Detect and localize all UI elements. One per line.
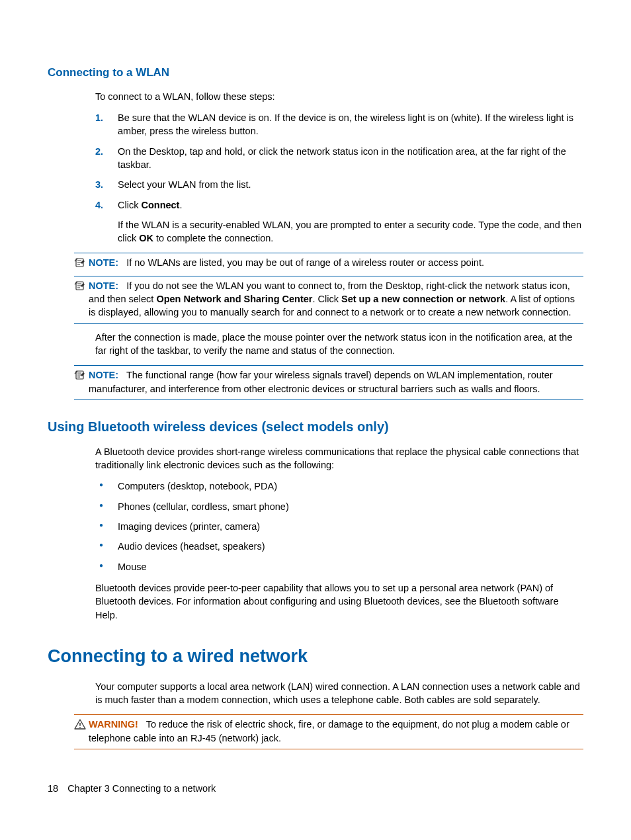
page-footer: 18Chapter 3 Connecting to a network (48, 782, 216, 795)
heading-bluetooth: Using Bluetooth wireless devices (select… (48, 417, 583, 436)
page-number: 18 (48, 783, 58, 794)
step-text: Select your WLAN from the list. (118, 179, 251, 190)
note-text: The functional range (how far your wirel… (89, 370, 553, 394)
bluetooth-outro: Bluetooth devices provide peer-to-peer c… (95, 581, 583, 622)
list-item: Phones (cellular, cordless, smart phone) (95, 500, 583, 513)
step-1: 1. Be sure that the WLAN device is on. I… (95, 111, 583, 138)
warning-label: WARNING! (89, 719, 138, 730)
step-2: 2. On the Desktop, tap and hold, or clic… (95, 145, 583, 172)
wired-intro: Your computer supports a local area netw… (95, 680, 583, 707)
step-number: 4. (95, 198, 103, 212)
step-subtext: If the WLAN is a security-enabled WLAN, … (118, 218, 583, 245)
warning-content: WARNING! To reduce the risk of electric … (89, 718, 583, 745)
svg-point-4 (79, 727, 81, 728)
note-icon (74, 370, 87, 384)
list-item: Imaging devices (printer, camera) (95, 520, 583, 533)
heading-wired: Connecting to a wired network (48, 644, 583, 669)
bluetooth-intro: A Bluetooth device provides short-range … (95, 445, 583, 472)
warning-icon (74, 719, 87, 733)
note-text: If you do not see the WLAN you want to c… (89, 280, 575, 318)
note-box: NOTE: If you do not see the WLAN you wan… (74, 276, 583, 324)
step-text: On the Desktop, tap and hold, or click t… (118, 146, 566, 170)
note-icon (74, 280, 87, 294)
step-number: 3. (95, 178, 103, 191)
bluetooth-bullets: Computers (desktop, notebook, PDA) Phone… (95, 480, 583, 573)
step-number: 1. (95, 111, 103, 124)
note-icon (74, 257, 87, 271)
note-label: NOTE: (89, 257, 118, 268)
intro-text: To connect to a WLAN, follow these steps… (95, 90, 583, 103)
note-label: NOTE: (89, 370, 118, 380)
steps-list: 1. Be sure that the WLAN device is on. I… (95, 111, 583, 245)
step-4: 4. Click Connect. If the WLAN is a secur… (95, 198, 583, 245)
step-number: 2. (95, 145, 103, 158)
note-content: NOTE: The functional range (how far your… (89, 368, 583, 396)
note-text: If no WLANs are listed, you may be out o… (126, 257, 484, 268)
list-item: Mouse (95, 560, 583, 573)
step-text: Be sure that the WLAN device is on. If t… (118, 112, 573, 136)
note-box: NOTE: If no WLANs are listed, you may be… (74, 253, 583, 276)
chapter-label: Chapter 3 Connecting to a network (67, 783, 216, 794)
step-3: 3. Select your WLAN from the list. (95, 178, 583, 191)
note-content: NOTE: If you do not see the WLAN you wan… (89, 279, 583, 319)
warning-text: To reduce the risk of electric shock, fi… (89, 719, 569, 743)
after-text: After the connection is made, place the … (95, 331, 583, 358)
list-item: Computers (desktop, notebook, PDA) (95, 480, 583, 493)
note-label: NOTE: (89, 280, 118, 291)
note-box: NOTE: The functional range (how far your… (74, 365, 583, 400)
step-text: Click Connect. (118, 200, 182, 210)
list-item: Audio devices (headset, speakers) (95, 540, 583, 553)
warning-box: WARNING! To reduce the risk of electric … (74, 714, 583, 749)
note-content: NOTE: If no WLANs are listed, you may be… (89, 256, 583, 269)
heading-connecting-wlan: Connecting to a WLAN (48, 65, 583, 81)
